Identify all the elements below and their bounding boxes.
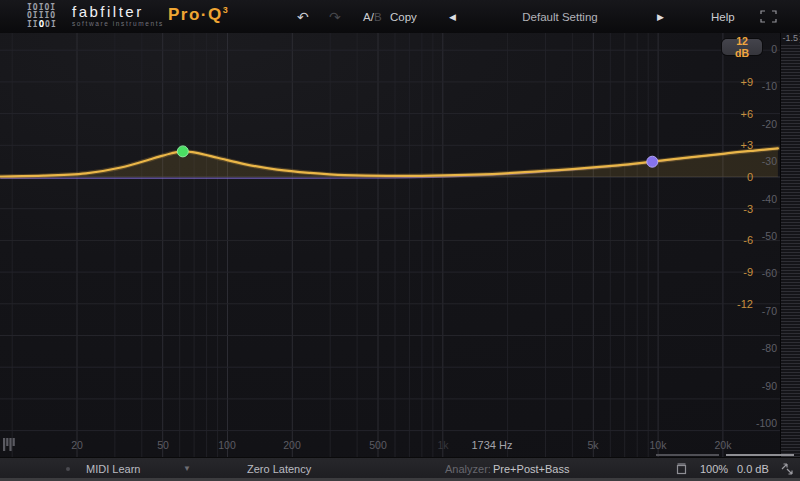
display-range-button[interactable]: 12 dB: [722, 39, 762, 55]
gain-slider-track[interactable]: [726, 454, 794, 456]
resize-handle[interactable]: [779, 458, 795, 479]
output-options-icon: [676, 463, 687, 475]
fabfilter-logo-icon: IOIOI OIIIO IIOOI: [27, 4, 57, 29]
output-meter: -1.5: [780, 33, 800, 457]
product-name: Pro·Q3: [168, 5, 229, 25]
band-node-2[interactable]: [647, 156, 658, 167]
redo-button[interactable]: ↷: [329, 0, 341, 33]
fullscreen-icon: [760, 10, 777, 23]
mix-slider-track[interactable]: [656, 454, 719, 456]
preset-name[interactable]: Default Setting: [470, 0, 650, 33]
status-bar: MIDI Learn ▼ Zero Latency Analyzer: Pre+…: [0, 457, 800, 479]
next-icon: ▶: [657, 12, 664, 22]
resize-icon: [779, 462, 795, 476]
preset-prev-button[interactable]: ◀: [449, 0, 456, 33]
ab-compare-button[interactable]: A/B: [363, 0, 382, 33]
zero-latency-button[interactable]: Zero Latency: [247, 458, 311, 479]
brand-block: fabfilter software instruments: [72, 4, 164, 27]
output-meter-ticks: [781, 33, 800, 457]
redo-icon: ↷: [329, 9, 341, 25]
midi-status-dot: [66, 467, 70, 471]
cursor-frequency-readout: 1734 Hz: [455, 439, 529, 451]
piano-display-toggle[interactable]: [2, 437, 16, 456]
output-options-button[interactable]: [676, 458, 687, 479]
band-node-1[interactable]: [177, 146, 188, 157]
fabfilter-pro-q3-window: IOIOI OIIIO IIOOI fabfilter software ins…: [0, 0, 800, 481]
preset-next-button[interactable]: ▶: [657, 0, 664, 33]
toolbar: IOIOI OIIIO IIOOI fabfilter software ins…: [0, 0, 800, 34]
piano-icon: [2, 437, 16, 452]
brand-tagline: software instruments: [72, 20, 164, 27]
eq-display[interactable]: 20501002005001k5k10k20k +9+6+30-3-6-9-12…: [0, 33, 800, 457]
undo-icon: ↶: [297, 9, 309, 25]
undo-button[interactable]: ↶: [297, 0, 309, 33]
prev-icon: ◀: [449, 12, 456, 22]
output-gain-value[interactable]: 0.0 dB: [737, 458, 769, 479]
analyzer-label: Analyzer:: [445, 458, 491, 479]
copy-button[interactable]: Copy: [390, 0, 417, 33]
help-button[interactable]: Help: [711, 0, 735, 33]
brand-name: fabfilter: [72, 4, 164, 19]
midi-learn-dropdown[interactable]: ▼: [183, 458, 191, 479]
chevron-down-icon: ▼: [183, 464, 191, 473]
analyzer-mode-button[interactable]: Pre+Post+Bass: [493, 458, 569, 479]
fullscreen-button[interactable]: [760, 0, 777, 33]
midi-learn-button[interactable]: MIDI Learn: [86, 458, 140, 479]
eq-plot: [0, 33, 800, 457]
display-scale-value[interactable]: 100%: [700, 458, 728, 479]
meter-peak-readout: -1.5: [781, 33, 799, 43]
logo-icon-row: IIOOI: [27, 20, 57, 29]
